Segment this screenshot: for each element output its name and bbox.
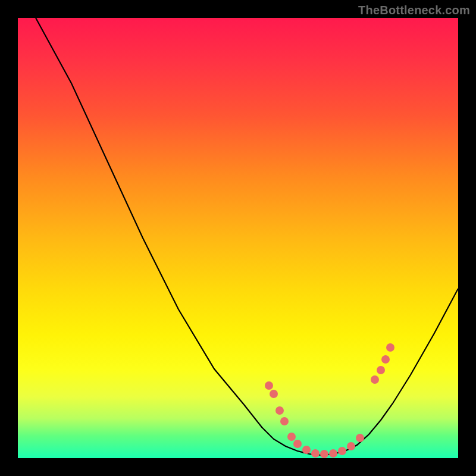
chart-svg bbox=[18, 18, 458, 458]
data-marker bbox=[329, 449, 337, 458]
data-marker bbox=[371, 375, 379, 384]
data-marker bbox=[265, 381, 273, 390]
data-marker bbox=[302, 446, 311, 454]
chart-area bbox=[18, 18, 458, 458]
data-marker bbox=[293, 440, 302, 448]
data-marker bbox=[386, 343, 394, 352]
data-marker bbox=[356, 434, 364, 442]
data-marker bbox=[338, 447, 346, 455]
data-marker bbox=[311, 449, 320, 458]
data-marker bbox=[275, 406, 284, 415]
data-marker bbox=[320, 450, 328, 458]
data-marker bbox=[287, 433, 296, 441]
data-marker bbox=[280, 417, 289, 425]
watermark-text: TheBottleneck.com bbox=[358, 4, 470, 17]
data-markers bbox=[265, 343, 394, 458]
data-marker bbox=[381, 355, 390, 364]
data-marker bbox=[270, 390, 278, 398]
bottleneck-curve bbox=[36, 18, 458, 455]
data-marker bbox=[347, 442, 355, 450]
data-marker bbox=[377, 366, 385, 374]
